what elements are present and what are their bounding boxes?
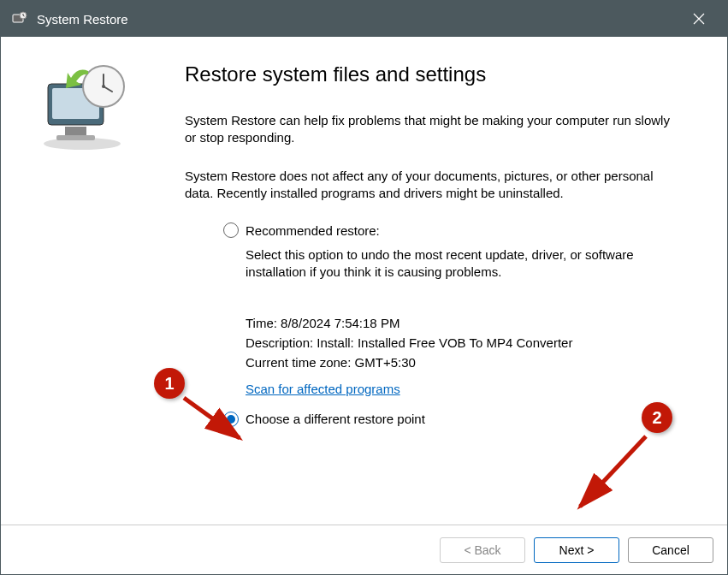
page-heading: Restore system files and settings	[185, 62, 676, 86]
restore-details: Time: 8/8/2024 7:54:18 PM Description: I…	[223, 316, 676, 396]
next-button[interactable]: Next >	[534, 537, 619, 563]
close-icon	[693, 13, 705, 25]
options-group: Recommended restore: Select this option …	[185, 222, 676, 427]
restore-timezone: Current time zone: GMT+5:30	[246, 355, 676, 370]
restore-description: Description: Install: Installed Free VOB…	[246, 335, 676, 350]
annotation-marker-2: 2	[642, 402, 672, 433]
content-area: Restore system files and settings System…	[1, 37, 727, 525]
annotation-marker-1: 1	[154, 368, 185, 399]
radio-unchecked-icon	[223, 222, 239, 238]
cancel-button[interactable]: Cancel	[628, 537, 713, 563]
svg-rect-6	[56, 135, 95, 140]
svg-rect-5	[65, 127, 86, 135]
close-button[interactable]	[681, 1, 717, 37]
scan-affected-programs-link[interactable]: Scan for affected programs	[246, 382, 400, 396]
recommended-restore-option[interactable]: Recommended restore:	[223, 222, 676, 238]
choose-different-label: Choose a different restore point	[246, 412, 425, 426]
recommended-restore-description: Select this option to undo the most rece…	[223, 246, 676, 282]
intro-paragraph-2: System Restore does not affect any of yo…	[185, 168, 676, 203]
system-restore-icon	[35, 62, 133, 152]
radio-checked-icon	[223, 412, 239, 427]
main-panel: Restore system files and settings System…	[185, 37, 727, 525]
intro-paragraph-1: System Restore can help fix problems tha…	[185, 112, 676, 147]
restore-time: Time: 8/8/2024 7:54:18 PM	[246, 316, 676, 330]
app-icon	[11, 10, 28, 27]
sidebar	[1, 37, 185, 525]
back-button: < Back	[440, 537, 525, 563]
footer-buttons: < Back Next > Cancel	[1, 525, 727, 574]
choose-different-restore-option[interactable]: Choose a different restore point	[223, 412, 676, 427]
recommended-restore-label: Recommended restore:	[246, 223, 380, 238]
titlebar: System Restore	[1, 1, 727, 37]
window-title: System Restore	[37, 12, 681, 27]
